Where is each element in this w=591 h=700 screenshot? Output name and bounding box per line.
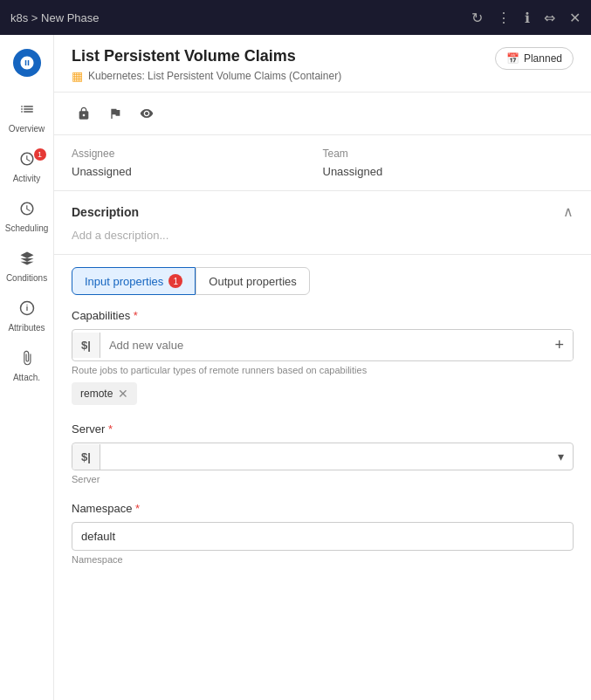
tag-value: remote [80,388,113,400]
capabilities-field-group: Capabilities * $| + Route jobs to partic… [72,309,574,405]
attach-label: Attach. [13,373,40,382]
input-tab-badge: 1 [168,274,182,288]
description-header: Description ∧ [72,203,574,220]
overview-icon [19,101,35,121]
sidebar-item-activity[interactable]: 1 Activity [3,144,51,190]
tab-output-properties[interactable]: Output properties [196,267,309,295]
scheduling-icon [19,201,35,221]
capabilities-input-row: $| + [72,329,574,361]
conditions-icon [19,250,35,271]
phase-header: List Persistent Volume Claims ▦ Kubernet… [54,35,591,93]
tab-input-properties[interactable]: Input properties 1 [72,267,196,295]
server-select[interactable] [100,444,549,470]
expand-icon[interactable]: ⇔ [544,10,555,26]
output-tab-label: Output properties [209,275,296,288]
svg-text:i: i [25,304,28,312]
assignee-section: Assignee Unassigned Team Unassigned [54,135,591,191]
capabilities-tags: remote ✕ [72,382,574,405]
capabilities-add-btn[interactable]: + [546,330,573,360]
conditions-label: Conditions [6,273,47,283]
namespace-hint: Namespace [72,554,574,565]
sidebar-item-conditions[interactable]: Conditions [3,244,51,290]
top-bar-actions: ↻ ⋮ ℹ ⇔ ✕ [471,10,581,26]
activity-badge: 1 [34,148,46,161]
sidebar-item-scheduling[interactable]: Scheduling [3,194,51,240]
sidebar-logo[interactable] [3,42,51,84]
attributes-label: Attributes [8,323,45,333]
overview-label: Overview [9,124,45,134]
subtitle-text: Kubernetes: List Persistent Volume Claim… [88,70,341,82]
sidebar: Overview 1 Activity Scheduling Condition… [0,35,54,700]
lock-tool[interactable] [72,101,96,126]
input-tab-label: Input properties [85,275,163,288]
capabilities-hint: Route jobs to particular types of remote… [72,365,574,375]
tabs-row: Input properties 1 Output properties [72,267,574,295]
capabilities-required: * [130,309,138,322]
server-prefix: $| [72,444,100,470]
server-label: Server * [72,422,574,436]
close-icon[interactable]: ✕ [569,10,581,26]
team-label: Team [323,148,574,160]
server-select-row: $| ▾ [72,443,574,470]
assignee-col: Assignee Unassigned [72,148,323,178]
capabilities-label: Capabilities * [72,309,574,322]
planned-label: Planned [524,52,562,65]
tag-remote: remote ✕ [72,382,137,405]
namespace-field-group: Namespace * Namespace [72,502,574,565]
assignee-value: Unassigned [72,165,323,178]
collapse-icon[interactable]: ∧ [563,203,574,220]
tabs-section: Input properties 1 Output properties [54,255,591,295]
properties-content: Capabilities * $| + Route jobs to partic… [54,295,591,596]
breadcrumb-text: k8s > New Phase [10,11,100,24]
capabilities-input[interactable] [100,333,546,358]
toolbar [54,93,591,135]
refresh-icon[interactable]: ↻ [471,10,483,26]
description-title: Description [72,205,139,219]
flag-tool[interactable] [103,101,127,126]
top-bar: k8s > New Phase ↻ ⋮ ℹ ⇔ ✕ [0,0,591,35]
activity-label: Activity [13,174,41,183]
sidebar-item-overview[interactable]: Overview [3,94,51,141]
server-dropdown-arrow[interactable]: ▾ [549,443,573,470]
capabilities-prefix: $| [72,333,100,358]
eye-tool[interactable] [134,101,159,126]
namespace-required: * [132,502,140,515]
sidebar-item-attributes[interactable]: i Attributes [3,293,51,340]
description-placeholder[interactable]: Add a description... [72,229,574,242]
description-section: Description ∧ Add a description... [54,191,591,255]
planned-button[interactable]: 📅 Planned [495,47,574,70]
sidebar-item-attach[interactable]: Attach. [3,343,51,389]
main-layout: Overview 1 Activity Scheduling Condition… [0,35,591,700]
k8s-icon: ▦ [72,69,83,83]
logo-circle [13,49,41,77]
namespace-label: Namespace * [72,502,574,515]
breadcrumb: k8s > New Phase [10,11,100,24]
namespace-input[interactable] [72,522,574,551]
phase-info: List Persistent Volume Claims ▦ Kubernet… [72,47,341,83]
attach-icon [19,350,35,370]
phase-title: List Persistent Volume Claims [72,47,341,65]
info-icon[interactable]: ℹ [525,10,530,26]
server-required: * [105,422,113,436]
attributes-icon: i [19,300,35,320]
team-value: Unassigned [323,165,574,178]
content-area: List Persistent Volume Claims ▦ Kubernet… [54,35,591,700]
assignee-label: Assignee [72,148,323,160]
phase-subtitle: ▦ Kubernetes: List Persistent Volume Cla… [72,69,341,83]
server-hint: Server [72,474,574,484]
activity-icon [19,151,35,171]
more-icon[interactable]: ⋮ [497,10,511,26]
team-col: Team Unassigned [323,148,574,178]
server-field-group: Server * $| ▾ Server [72,422,574,484]
calendar-icon: 📅 [506,52,519,65]
tag-remove-icon[interactable]: ✕ [118,387,128,401]
scheduling-label: Scheduling [5,223,48,233]
